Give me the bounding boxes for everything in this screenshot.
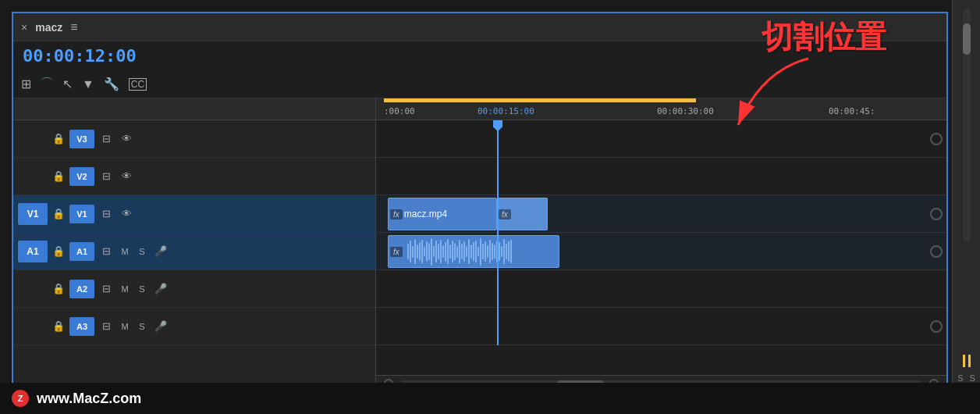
a3-mute-btn[interactable]: M xyxy=(118,322,132,331)
a2-sync-icon[interactable]: ⊟ xyxy=(98,280,115,298)
a3-solo-btn[interactable]: S xyxy=(135,322,149,331)
a1-mic-icon[interactable]: 🎤 xyxy=(152,243,169,260)
v3-eye-icon[interactable]: 👁 xyxy=(118,130,135,148)
v2-lock-icon[interactable]: 🔒 xyxy=(51,170,66,182)
a3-circle-btn[interactable] xyxy=(930,320,943,333)
time-label-15: 00:00:15:00 xyxy=(478,106,534,116)
yellow-workarea-bar xyxy=(384,98,696,102)
footer-logo: Z xyxy=(12,390,29,407)
timecode-bar: 00:00:12:00 xyxy=(13,41,946,70)
timeline-layout: 🔒 V3 ⊟ 👁 🔒 V2 ⊟ 👁 V1 🔒 V1 ⊟ 👁 xyxy=(13,98,946,391)
scroll-track[interactable] xyxy=(963,8,971,242)
menu-icon[interactable]: ≡ xyxy=(70,20,77,34)
split-fx-badge: fx xyxy=(499,209,511,219)
a1-label: A1 xyxy=(69,242,94,261)
a1-outer-label: A1 xyxy=(18,241,48,262)
a3-label: A3 xyxy=(69,317,94,336)
track-row-a3: 🔒 A3 ⊟ M S 🎤 xyxy=(13,308,375,345)
footer-bar: Z www.MacZ.com xyxy=(0,383,980,414)
marker-icon[interactable]: ▼ xyxy=(82,77,94,91)
ext-scrollbar[interactable]: S S xyxy=(952,0,980,414)
v3-content-row xyxy=(376,120,946,158)
a1-solo-btn[interactable]: S xyxy=(135,247,149,256)
v2-content-row xyxy=(376,158,946,195)
wrench-icon[interactable]: 🔧 xyxy=(104,77,119,91)
v1-outer-label: V1 xyxy=(18,203,48,225)
track-row-a1: A1 🔒 A1 ⊟ M S 🎤 xyxy=(13,233,375,270)
v3-outer-label xyxy=(18,128,48,150)
project-name: macz xyxy=(35,21,62,34)
yellow-line-2 xyxy=(968,355,971,367)
a1-circle-btn[interactable] xyxy=(930,245,943,258)
v1-lock-icon[interactable]: 🔒 xyxy=(51,208,66,219)
video-clip-name: macz.mp4 xyxy=(404,209,496,219)
v1-eye-icon[interactable]: 👁 xyxy=(118,205,135,223)
a1-sync-icon[interactable]: ⊟ xyxy=(98,243,115,260)
playhead[interactable] xyxy=(497,120,499,345)
time-ruler: :00:00 00:00:15:00 00:00:30:00 00:00:45: xyxy=(376,98,946,120)
yellow-line-1 xyxy=(963,355,965,367)
close-button[interactable]: × xyxy=(21,21,27,34)
time-label-30: 00:00:30:00 xyxy=(657,106,714,116)
video-clip-main[interactable]: fx macz.mp4 xyxy=(388,198,497,230)
a2-label: A2 xyxy=(69,280,94,298)
audio-fx-badge: fx xyxy=(390,247,403,257)
v1-label: V1 xyxy=(69,205,94,223)
header-bar: × macz ≡ xyxy=(13,13,946,41)
track-content-rows: fx macz.mp4 fx fx xyxy=(376,120,946,345)
v1-sync-icon[interactable]: ⊟ xyxy=(98,205,115,223)
a2-solo-btn[interactable]: S xyxy=(135,284,149,294)
track-row-v3: 🔒 V3 ⊟ 👁 xyxy=(13,120,375,158)
audio-waveform: fx xyxy=(389,236,559,267)
v3-lock-icon[interactable]: 🔒 xyxy=(51,133,66,145)
audio-clip-main[interactable]: fx xyxy=(388,235,559,268)
s-label-1: S xyxy=(957,373,963,383)
track-row-v2: 🔒 V2 ⊟ 👁 xyxy=(13,158,375,195)
track-row-v1: V1 🔒 V1 ⊟ 👁 xyxy=(13,195,375,233)
v1-content-row: fx macz.mp4 fx xyxy=(376,195,946,233)
v2-eye-icon[interactable]: 👁 xyxy=(118,168,135,185)
scroll-thumb[interactable] xyxy=(963,23,971,55)
snap-icon[interactable]: ⌒ xyxy=(41,76,53,92)
v3-circle-btn[interactable] xyxy=(930,133,943,145)
a1-lock-icon[interactable]: 🔒 xyxy=(51,245,66,257)
a3-lock-icon[interactable]: 🔒 xyxy=(51,320,66,332)
time-label-45: 00:00:45: xyxy=(829,106,875,116)
a2-content-row xyxy=(376,270,946,308)
v3-label: V3 xyxy=(69,130,94,148)
footer-url: www.MacZ.com xyxy=(37,391,141,407)
a2-mic-icon[interactable]: 🎤 xyxy=(152,280,169,298)
a1-content-row: fx xyxy=(376,233,946,270)
video-fx-badge: fx xyxy=(390,209,403,219)
v2-sync-icon[interactable]: ⊟ xyxy=(98,168,115,185)
a2-outer-label xyxy=(18,278,48,300)
track-headers: 🔒 V3 ⊟ 👁 🔒 V2 ⊟ 👁 V1 🔒 V1 ⊟ 👁 xyxy=(13,98,376,391)
video-clip-split[interactable]: fx xyxy=(497,198,548,230)
v1-circle-btn[interactable] xyxy=(930,208,943,220)
track-row-a2: 🔒 A2 ⊟ M S 🎤 xyxy=(13,270,375,308)
a3-sync-icon[interactable]: ⊟ xyxy=(98,318,115,335)
timeline-area: :00:00 00:00:15:00 00:00:30:00 00:00:45: xyxy=(376,98,946,391)
settings-icon[interactable]: ⊞ xyxy=(21,77,31,91)
tools-bar: ⊞ ⌒ ↖ ▼ 🔧 CC xyxy=(13,70,946,98)
ss-labels: S S xyxy=(957,373,975,383)
a1-mute-btn[interactable]: M xyxy=(118,247,132,256)
timecode-display[interactable]: 00:00:12:00 xyxy=(23,46,137,66)
v3-sync-icon[interactable]: ⊟ xyxy=(98,130,115,148)
time-label-0: :00:00 xyxy=(384,106,415,116)
a3-mic-icon[interactable]: 🎤 xyxy=(152,318,169,335)
a3-content-row xyxy=(376,308,946,345)
selection-icon[interactable]: ↖ xyxy=(62,77,73,91)
a2-mute-btn[interactable]: M xyxy=(118,284,132,294)
a3-outer-label xyxy=(18,316,48,337)
main-container: × macz ≡ 00:00:12:00 ⊞ ⌒ ↖ ▼ 🔧 CC 🔒 V3 ⊟… xyxy=(12,12,948,394)
yellow-lines xyxy=(963,355,971,367)
s-label-2: S xyxy=(970,373,975,383)
v2-outer-label xyxy=(18,166,48,187)
cc-icon[interactable]: CC xyxy=(129,78,147,91)
v2-label: V2 xyxy=(69,167,94,186)
a2-lock-icon[interactable]: 🔒 xyxy=(51,283,66,294)
